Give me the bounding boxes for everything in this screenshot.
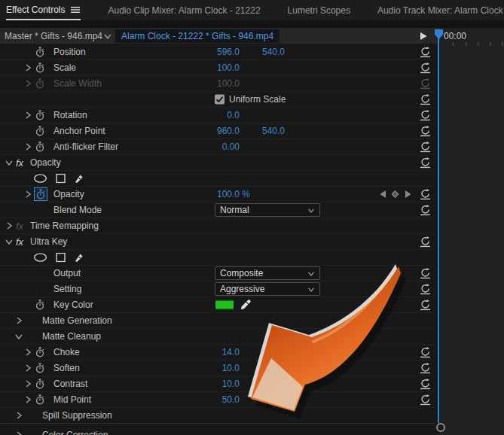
chevron-right-icon[interactable] bbox=[14, 316, 23, 326]
ellipse-mask-icon[interactable] bbox=[33, 253, 47, 263]
reset-icon[interactable] bbox=[420, 347, 431, 358]
reset-icon[interactable] bbox=[420, 141, 431, 153]
row-ultra-key: fx Ultra Key bbox=[0, 234, 435, 250]
chevron-right-icon[interactable] bbox=[23, 379, 32, 389]
mid-point-value[interactable]: 50.0 bbox=[203, 394, 240, 405]
reset-icon[interactable] bbox=[420, 94, 431, 105]
row-opacity-mask-tools bbox=[0, 171, 435, 187]
blend-mode-dropdown[interactable]: Normal bbox=[215, 203, 320, 217]
rectangle-mask-icon[interactable] bbox=[56, 253, 66, 263]
reset-icon[interactable] bbox=[420, 236, 431, 248]
stopwatch-icon[interactable] bbox=[35, 347, 44, 357]
clip-header-bar: Master * Gifts - 946.mp4 Alarm Clock - 2… bbox=[0, 28, 504, 44]
anchor-y-value[interactable]: 540.0 bbox=[249, 126, 285, 136]
reset-icon[interactable] bbox=[420, 363, 431, 374]
rotation-value[interactable]: 0.0 bbox=[203, 110, 240, 120]
stopwatch-icon[interactable] bbox=[35, 379, 44, 389]
pen-mask-icon[interactable] bbox=[74, 252, 84, 263]
reset-icon[interactable] bbox=[420, 189, 431, 200]
chevron-right-icon[interactable] bbox=[14, 430, 23, 435]
reset-icon[interactable] bbox=[420, 300, 431, 311]
param-label: Position bbox=[53, 47, 86, 57]
chevron-right-icon[interactable] bbox=[23, 364, 32, 373]
reset-icon[interactable] bbox=[420, 47, 431, 58]
position-x-value[interactable]: 596.0 bbox=[203, 47, 240, 57]
stopwatch-icon[interactable] bbox=[35, 110, 44, 120]
previous-keyframe-icon[interactable] bbox=[380, 190, 386, 199]
stopwatch-icon[interactable] bbox=[35, 141, 44, 152]
panel-tab-bar: Effect Controls Audio Clip Mixer: Alarm … bbox=[0, 0, 504, 20]
eyedropper-icon[interactable] bbox=[240, 300, 251, 310]
reset-icon[interactable] bbox=[420, 157, 431, 169]
row-scale: Scale 100.0 bbox=[0, 60, 435, 76]
chevron-right-icon[interactable] bbox=[23, 395, 32, 405]
reset-icon[interactable] bbox=[420, 126, 431, 137]
reset-icon[interactable] bbox=[420, 62, 431, 74]
reset-icon[interactable] bbox=[420, 205, 431, 216]
param-label: Mid Point bbox=[53, 394, 91, 405]
tab-lumetri-scopes[interactable]: Lumetri Scopes bbox=[288, 0, 350, 20]
stopwatch-icon[interactable] bbox=[35, 394, 44, 405]
add-keyframe-icon[interactable] bbox=[390, 190, 400, 199]
stopwatch-active-box[interactable] bbox=[34, 187, 47, 201]
anti-flicker-value[interactable]: 0.00 bbox=[203, 141, 240, 152]
chevron-right-icon[interactable] bbox=[23, 190, 32, 199]
key-color-swatch[interactable] bbox=[215, 300, 234, 310]
ruler-tick bbox=[453, 42, 454, 46]
tab-audio-track-mixer[interactable]: Audio Track Mixer: Alarm Clock - 21222 bbox=[377, 0, 504, 20]
fx-badge[interactable]: fx bbox=[16, 157, 23, 169]
soften-value[interactable]: 10.0 bbox=[203, 363, 240, 373]
output-dropdown[interactable]: Composite bbox=[215, 266, 320, 280]
contrast-value[interactable]: 10.0 bbox=[203, 379, 240, 389]
anchor-x-value[interactable]: 960.0 bbox=[203, 126, 240, 136]
chevron-down-icon[interactable] bbox=[5, 237, 14, 246]
panel-menu-icon[interactable] bbox=[70, 5, 81, 14]
chevron-down-icon[interactable] bbox=[14, 332, 24, 341]
next-keyframe-icon[interactable] bbox=[405, 190, 411, 199]
master-clip-label[interactable]: Master * Gifts - 946.mp4 bbox=[5, 31, 102, 41]
chevron-right-icon bbox=[23, 79, 32, 89]
ellipse-mask-icon[interactable] bbox=[33, 174, 47, 184]
opacity-value[interactable]: 100.0 % bbox=[203, 189, 250, 199]
setting-dropdown[interactable]: Aggressive bbox=[215, 282, 320, 296]
row-setting: Setting Aggressive bbox=[0, 281, 435, 297]
params-bottom-divider bbox=[0, 423, 435, 424]
stopwatch-icon[interactable] bbox=[35, 300, 44, 310]
fx-badge[interactable]: fx bbox=[16, 236, 23, 248]
rectangle-mask-icon[interactable] bbox=[56, 174, 66, 184]
stopwatch-icon[interactable] bbox=[35, 62, 44, 73]
choke-value[interactable]: 14.0 bbox=[203, 347, 240, 357]
chevron-right-icon[interactable] bbox=[23, 348, 32, 357]
param-label: Scale bbox=[53, 62, 76, 73]
play-icon[interactable] bbox=[419, 31, 428, 41]
tab-audio-clip-mixer[interactable]: Audio Clip Mixer: Alarm Clock - 21222 bbox=[108, 0, 260, 20]
chevron-right-icon[interactable] bbox=[14, 411, 23, 421]
effects-timeline[interactable]: 00:00 bbox=[440, 28, 504, 435]
chevron-right-icon[interactable] bbox=[23, 111, 32, 120]
row-mid-point: Mid Point 50.0 bbox=[0, 392, 435, 408]
chevron-down-icon[interactable] bbox=[5, 158, 14, 167]
scale-value[interactable]: 100.0 bbox=[203, 62, 240, 73]
chevron-right-icon[interactable] bbox=[5, 221, 14, 231]
group-label: Spill Suppression bbox=[42, 410, 112, 421]
sequence-clip-label[interactable]: Alarm Clock - 21222 * Gifts - 946.mp4 bbox=[115, 29, 279, 43]
reset-icon[interactable] bbox=[420, 268, 431, 279]
reset-icon[interactable] bbox=[420, 78, 431, 90]
playhead-line[interactable] bbox=[438, 38, 439, 423]
uniform-scale-checkbox[interactable] bbox=[215, 95, 225, 105]
reset-icon[interactable] bbox=[420, 394, 431, 406]
position-y-value[interactable]: 540.0 bbox=[249, 47, 285, 57]
stopwatch-icon[interactable] bbox=[35, 363, 44, 373]
chevron-right-icon[interactable] bbox=[23, 63, 32, 73]
reset-icon[interactable] bbox=[420, 284, 431, 295]
chevron-right-icon[interactable] bbox=[23, 142, 32, 152]
reset-icon[interactable] bbox=[420, 110, 431, 121]
chevron-down-icon[interactable] bbox=[103, 32, 113, 41]
stopwatch-icon[interactable] bbox=[35, 47, 44, 57]
stopwatch-icon[interactable] bbox=[35, 126, 44, 136]
timeline-zoom-handle[interactable] bbox=[436, 423, 445, 432]
reset-icon[interactable] bbox=[420, 379, 431, 390]
tab-effect-controls[interactable]: Effect Controls bbox=[6, 0, 81, 20]
row-matte-generation: Matte Generation bbox=[0, 313, 435, 329]
pen-mask-icon[interactable] bbox=[74, 173, 84, 184]
